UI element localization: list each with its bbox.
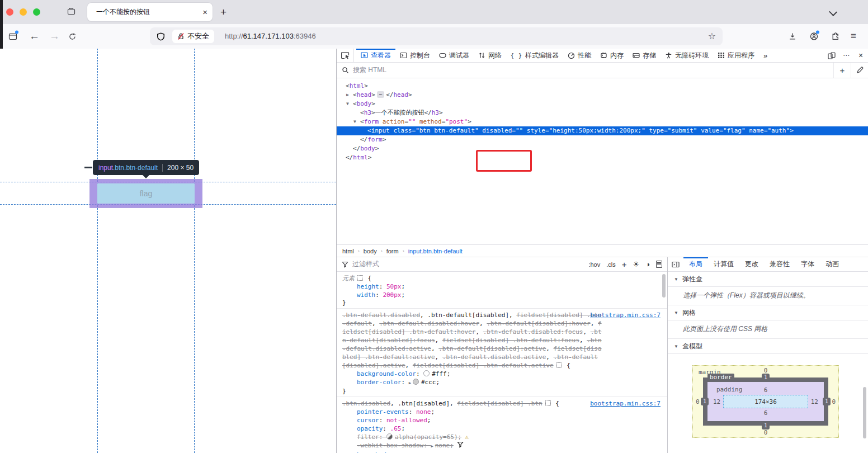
css-declaration[interactable]: opacity: .65; — [342, 424, 662, 433]
breadcrumb-item[interactable]: form — [386, 248, 399, 254]
security-badge[interactable]: 不安全 — [172, 30, 214, 43]
minimize-window-button[interactable] — [20, 8, 27, 16]
zoom-window-button[interactable] — [33, 8, 40, 16]
padding-top-value[interactable]: 6 — [764, 386, 768, 394]
markup-line[interactable]: ▼<form action="" method="post"> — [337, 117, 868, 126]
rule-selector[interactable]: .btn-default[disabled]:hover — [487, 320, 590, 327]
url-bar[interactable]: 不安全 http://61.147.171.103:63946 ☆ — [150, 27, 723, 45]
close-window-button[interactable] — [6, 8, 13, 16]
rule-selector[interactable]: fieldset[disabled] .btn-default.active — [413, 362, 554, 369]
bookmark-star-icon[interactable]: ☆ — [708, 27, 716, 45]
light-scheme-icon[interactable]: ☀ — [633, 260, 639, 268]
border-right-value[interactable]: 1 — [823, 398, 831, 405]
box-model-diagram[interactable]: margin border padding 174×36 0 1 6 6 1 0 — [692, 365, 839, 438]
markup-line[interactable]: <h3>一个不能按的按钮</h3> — [337, 108, 868, 117]
rule-selector[interactable]: .btn-default.disabled:focus — [483, 328, 583, 336]
add-node-button[interactable]: + — [833, 63, 851, 78]
markup-line[interactable]: </body> — [337, 144, 868, 153]
sidebar-scrollbar[interactable] — [863, 387, 866, 438]
sidebar-tab-changes[interactable]: 更改 — [739, 257, 764, 271]
dark-scheme-icon[interactable]: ◑ — [645, 260, 650, 268]
markup-twisty-icon[interactable]: ▼ — [346, 100, 349, 108]
extensions-icon[interactable] — [831, 32, 839, 41]
devtools-tab-application[interactable]: 应用程序 — [713, 49, 759, 62]
markup-line[interactable]: ▼<body> — [337, 100, 868, 108]
border-left-value[interactable]: 1 — [701, 398, 709, 405]
rule-selector[interactable]: .btn-default.disabled — [342, 312, 420, 319]
css-declaration[interactable]: cursor: not-allowed; — [342, 416, 662, 424]
pseudo-class-toggle[interactable]: :hov — [588, 261, 600, 268]
devtools-tab-style-editor[interactable]: { }样式编辑器 — [506, 49, 563, 62]
rules-scrollbar[interactable] — [662, 274, 666, 298]
highlight-matches-icon[interactable] — [357, 275, 363, 281]
breadcrumb-item[interactable]: html — [342, 248, 354, 254]
box-model-content[interactable]: 174×36 — [723, 395, 808, 408]
rule-selector[interactable]: .btn-default.disabled.active — [442, 353, 546, 361]
css-declaration[interactable]: box-shadow: none; — [342, 451, 662, 453]
shield-icon[interactable] — [157, 32, 165, 41]
eyedropper-icon[interactable] — [851, 63, 868, 78]
expand-twisty-icon[interactable]: ▶ — [409, 379, 411, 388]
markup-line-selected[interactable]: <input class="btn btn-default" disabled=… — [337, 126, 868, 135]
color-swatch-icon[interactable] — [413, 379, 419, 385]
back-button[interactable]: ← — [29, 30, 40, 43]
markup-line[interactable]: </form> — [337, 135, 868, 144]
rule-selector[interactable]: .btn[disabled] — [398, 400, 450, 407]
css-declaration[interactable]: border-color: ▶#ccc; — [342, 378, 662, 388]
devtools-tab-storage[interactable]: 存储 — [628, 49, 661, 62]
sidebar-tab-fonts[interactable]: 字体 — [795, 257, 820, 271]
padding-left-value[interactable]: 12 — [713, 398, 720, 405]
firefox-view-icon[interactable] — [8, 32, 17, 41]
sidebar-tab-animations[interactable]: 动画 — [820, 257, 845, 271]
highlight-matches-icon[interactable] — [545, 400, 551, 406]
devtools-tab-memory[interactable]: 内存 — [596, 49, 628, 62]
tab-overview-icon[interactable] — [67, 7, 76, 15]
grid-section-header[interactable]: ▼ 网格 — [668, 305, 868, 320]
close-devtools-icon[interactable]: × — [853, 49, 868, 62]
more-tools-chevrons[interactable]: » — [759, 49, 772, 62]
css-declaration[interactable]: filter: alpha(opacity=65);⚠ — [342, 433, 662, 441]
close-tab-icon[interactable]: × — [202, 3, 207, 21]
css-declaration[interactable]: width: 200px; — [342, 291, 662, 299]
ellipsis-badge[interactable]: ⋯ — [377, 91, 384, 98]
sidebar-tab-compatibility[interactable]: 兼容性 — [764, 257, 795, 271]
search-html-input[interactable]: 搜索 HTML — [353, 65, 386, 75]
flag-submit-button[interactable]: flag — [97, 183, 195, 204]
responsive-design-icon[interactable] — [824, 49, 839, 62]
margin-right-value[interactable]: 0 — [832, 398, 836, 405]
print-simulation-icon[interactable] — [656, 261, 662, 268]
rule-selector[interactable]: fieldset[disabled] .btn-default:focus — [442, 337, 579, 344]
filter-styles-input[interactable]: 过滤样式 — [352, 259, 379, 269]
margin-bottom-value[interactable]: 0 — [764, 429, 768, 436]
downloads-icon[interactable] — [789, 32, 796, 40]
breadcrumb-item[interactable]: body — [364, 248, 377, 254]
sidebar-tab-computed[interactable]: 计算值 — [708, 257, 739, 271]
sidebar-tab-layout[interactable]: 布局 — [683, 257, 708, 271]
expand-twisty-icon[interactable]: ▶ — [431, 442, 433, 451]
margin-left-value[interactable]: 0 — [696, 398, 700, 405]
css-declaration[interactable]: -webkit-box-shadow: ▶none; — [342, 441, 662, 451]
devtools-tab-performance[interactable]: 性能 — [563, 49, 596, 62]
css-declaration[interactable]: height: 50px; — [342, 282, 662, 291]
stylesheet-link[interactable]: bootstrap.min.css:7 — [590, 400, 661, 407]
rule-selector[interactable]: .btn-default[disabled]:active — [438, 345, 546, 352]
border-top-value[interactable]: 1 — [762, 374, 770, 381]
rule-selector[interactable]: fieldset[disabled] .btn — [457, 400, 542, 407]
rule-selector[interactable]: .btn-default[disabled] — [427, 312, 509, 319]
devtools-tab-network[interactable]: 网络 — [474, 49, 506, 62]
padding-bottom-value[interactable]: 6 — [764, 409, 768, 417]
markup-twisty-icon[interactable]: ▶ — [346, 91, 349, 100]
markup-twisty-icon[interactable]: ▼ — [353, 117, 356, 126]
devtools-tab-accessibility[interactable]: 无障碍环境 — [661, 49, 713, 62]
rule-selector[interactable]: .btn-default.disabled:hover — [379, 320, 479, 327]
padding-right-value[interactable]: 12 — [811, 398, 818, 405]
highlight-matches-icon[interactable] — [556, 362, 562, 368]
markup-line[interactable]: </html> — [337, 153, 868, 162]
stylesheet-link[interactable]: bootstrap.min.css:7 — [590, 312, 661, 319]
color-swatch-icon[interactable] — [423, 370, 430, 376]
devtools-tab-console[interactable]: 控制台 — [395, 49, 435, 62]
pick-element-icon[interactable] — [337, 49, 354, 62]
reload-button[interactable] — [68, 32, 77, 41]
devtools-tab-debugger[interactable]: 调试器 — [435, 49, 474, 62]
tab-list-chevron-icon[interactable] — [829, 8, 837, 16]
